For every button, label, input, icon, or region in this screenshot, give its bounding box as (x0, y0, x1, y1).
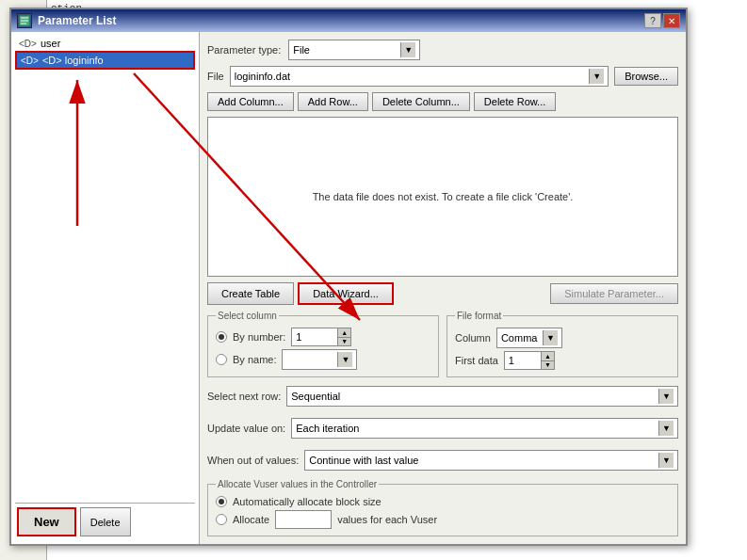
by-name-select[interactable]: ▼ (282, 349, 357, 370)
tree-item-user-icon: <D> (19, 39, 37, 49)
first-data-up[interactable]: ▲ (542, 352, 554, 361)
dialog-body: <D> user <D> <D> logininfo New Delete Pa… (11, 32, 686, 544)
column-label: Column (455, 332, 491, 344)
out-of-values-value: Continue with last value (309, 455, 418, 466)
first-data-label: First data (455, 355, 498, 366)
allocate-row: Allocate values for each Vuser (216, 510, 670, 529)
update-value-select[interactable]: Each iteration ▼ (291, 418, 678, 439)
dialog-title: Parameter List (38, 14, 116, 27)
create-table-button[interactable]: Create Table (207, 282, 294, 305)
auto-allocate-radio[interactable] (216, 496, 227, 507)
allocate-label: Allocate (233, 514, 269, 525)
by-number-spinner-btns: ▲ ▼ (338, 328, 351, 346)
first-data-input[interactable] (504, 351, 542, 370)
select-next-row-label: Select next row: (207, 391, 281, 402)
column-format-select[interactable]: Comma ▼ (496, 328, 562, 348)
file-format-legend: File format (455, 311, 503, 321)
allocate-input[interactable] (275, 510, 332, 529)
update-value-row: Update value on: Each iteration ▼ (207, 418, 678, 439)
out-of-values-row: When out of values: Continue with last v… (207, 450, 678, 471)
param-type-select[interactable]: File ▼ (288, 40, 420, 60)
select-next-row-select[interactable]: Sequential ▼ (286, 386, 678, 407)
dialog-icon (17, 13, 32, 28)
file-input[interactable]: logininfo.dat ▼ (230, 66, 609, 87)
by-name-row: By name: ▼ (216, 349, 430, 370)
first-data-spinner-btns: ▲ ▼ (542, 351, 555, 370)
column-format-value: Comma (501, 332, 538, 344)
column-format-row: Column Comma ▼ (455, 328, 670, 348)
data-area: The data file does not exist. To create … (207, 117, 678, 277)
column-format-arrow: ▼ (543, 330, 558, 345)
first-data-spinner: ▲ ▼ (504, 351, 555, 370)
dialog-titlebar: Parameter List ? ✕ (11, 9, 686, 32)
param-type-value: File (293, 44, 310, 56)
file-row: File logininfo.dat ▼ Browse... (207, 66, 678, 87)
data-wizard-button[interactable]: Data Wizard... (298, 282, 394, 305)
tree-item-user[interactable]: <D> user (15, 36, 195, 51)
dialog-title-area: Parameter List (17, 13, 116, 28)
vuser-legend: Allocate Vuser values in the Controller (216, 479, 379, 489)
parameter-tree: <D> user <D> <D> logininfo (15, 36, 195, 503)
param-type-arrow: ▼ (400, 42, 415, 57)
delete-button[interactable]: Delete (80, 507, 131, 536)
by-number-radio[interactable] (216, 331, 227, 343)
action-buttons-row: Create Table Data Wizard... Simulate Par… (207, 282, 678, 305)
out-of-values-label: When out of values: (207, 455, 299, 466)
select-next-row-row: Select next row: Sequential ▼ (207, 386, 678, 407)
update-value-label: Update value on: (207, 423, 285, 434)
toolbar-row: Add Column... Add Row... Delete Column..… (207, 92, 678, 111)
by-number-down[interactable]: ▼ (338, 338, 350, 346)
param-type-label: Parameter type: (207, 44, 281, 56)
file-value: logininfo.dat (235, 71, 290, 82)
update-value-arrow: ▼ (658, 421, 674, 436)
add-row-button[interactable]: Add Row... (298, 92, 368, 111)
out-of-values-arrow: ▼ (658, 453, 674, 468)
by-number-label: By number: (233, 331, 285, 343)
by-number-input[interactable] (291, 328, 338, 346)
auto-allocate-row: Automatically allocate block size (216, 496, 670, 507)
delete-column-button[interactable]: Delete Column... (372, 92, 470, 111)
select-next-row-arrow: ▼ (658, 389, 674, 404)
by-name-label: By name: (233, 354, 276, 365)
auto-allocate-label: Automatically allocate block size (233, 496, 382, 507)
titlebar-buttons: ? ✕ (644, 13, 680, 28)
browse-button[interactable]: Browse... (614, 67, 678, 86)
first-data-down[interactable]: ▼ (542, 361, 554, 370)
file-dropdown-arrow: ▼ (589, 69, 604, 84)
first-data-row: First data ▲ ▼ (455, 351, 670, 370)
tree-item-logininfo[interactable]: <D> <D> logininfo (15, 51, 195, 70)
by-number-up[interactable]: ▲ (338, 328, 350, 338)
by-name-arrow: ▼ (337, 352, 352, 367)
help-button[interactable]: ? (644, 13, 661, 28)
select-next-row-value: Sequential (291, 391, 340, 402)
update-value-value: Each iteration (296, 423, 359, 434)
param-type-row: Parameter type: File ▼ (207, 40, 678, 60)
left-panel-buttons: New Delete (15, 503, 195, 540)
select-column-legend: Select column (216, 311, 279, 321)
allocate-radio[interactable] (216, 514, 227, 525)
bottom-left-buttons: Create Table Data Wizard... (207, 282, 394, 305)
close-button[interactable]: ✕ (663, 13, 680, 28)
left-panel: <D> user <D> <D> logininfo New Delete (11, 32, 200, 544)
allocate-suffix: values for each Vuser (337, 514, 437, 525)
delete-row-button[interactable]: Delete Row... (474, 92, 556, 111)
select-column-fieldset: Select column By number: ▲ ▼ (207, 311, 439, 377)
by-name-radio[interactable] (216, 354, 227, 365)
file-label: File (207, 71, 224, 82)
tree-item-logininfo-icon: <D> (21, 56, 39, 66)
file-format-fieldset: File format Column Comma ▼ First data (447, 311, 678, 377)
tree-item-user-label: user (41, 38, 60, 49)
parameter-list-dialog: Parameter List ? ✕ <D> user <D> <D> logi… (9, 8, 688, 546)
by-number-spinner: ▲ ▼ (291, 328, 351, 346)
right-panel: Parameter type: File ▼ File logininfo.da… (200, 32, 686, 544)
tree-item-logininfo-label: <D> logininfo (42, 55, 104, 66)
new-button[interactable]: New (17, 507, 76, 536)
vuser-fieldset: Allocate Vuser values in the Controller … (207, 479, 678, 536)
simulate-button[interactable]: Simulate Parameter... (550, 283, 678, 304)
by-number-row: By number: ▲ ▼ (216, 328, 430, 346)
add-column-button[interactable]: Add Column... (207, 92, 294, 111)
two-col-section: Select column By number: ▲ ▼ (207, 311, 678, 377)
out-of-values-select[interactable]: Continue with last value ▼ (304, 450, 678, 471)
data-message: The data file does not exist. To create … (313, 191, 574, 202)
